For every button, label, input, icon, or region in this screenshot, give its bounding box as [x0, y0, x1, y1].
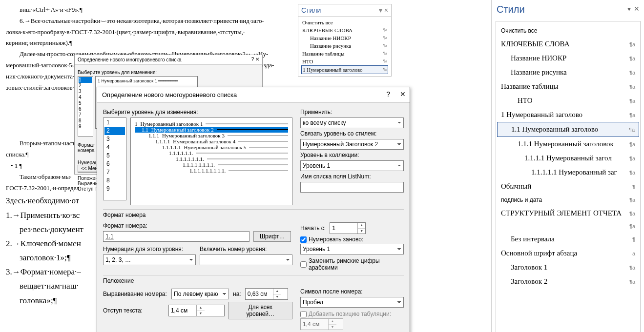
styles-big-item[interactable]: Заголовок 1¶a — [497, 260, 639, 274]
spin-down-icon[interactable]: ▼ — [358, 229, 365, 234]
listnum-input[interactable] — [300, 182, 404, 193]
tab-checkbox[interactable]: Добавить позицию табуляции: — [300, 311, 404, 317]
styles-big-item[interactable]: Заголовок 2¶a — [497, 274, 639, 289]
styles-small-title: Стили ▾ × — [298, 4, 391, 17]
align-select[interactable]: По левому краю — [171, 289, 229, 299]
styles-big-item[interactable]: Без интервала¶ — [497, 232, 639, 246]
level-item[interactable]: 4 — [104, 143, 125, 152]
styles-small-item[interactable]: КЛЮЧЕВЫЕ СЛОВА¶a — [301, 26, 388, 34]
styles-big-item[interactable]: 1.1.1 Нумерованный заголовок¶a — [497, 137, 639, 151]
tab-input — [301, 319, 328, 330]
styles-big-item[interactable]: Основной шрифт абзацаa — [497, 246, 639, 260]
styles-big-item[interactable]: 1.1.1.1 Нумерованный загол¶a — [497, 151, 639, 165]
all-levels-button[interactable]: Для всех уровней… — [229, 302, 292, 319]
doc-line: ловка·к·его·прообразу·в·ГОСТ·7.32-2001·(… — [6, 27, 279, 38]
styles-big-item[interactable]: 1.1.1.1.1 Нумерованный заг¶a — [497, 165, 639, 179]
styles-big-item[interactable]: Название рисунка¶a — [497, 65, 639, 79]
start-input[interactable] — [330, 223, 357, 234]
styles-big-item[interactable]: Название таблицы¶a — [497, 79, 639, 94]
dlg-back-titlebar: Определение нового многоуровневого списк… — [75, 55, 262, 65]
numtype-select[interactable]: 1, 2, 3, … — [103, 254, 196, 265]
restart-select[interactable]: Уровень 1 — [300, 244, 404, 254]
level-item[interactable]: 5 — [104, 152, 125, 160]
doc-line: виш·«Ctrl+·А»·и·«F9».¶ — [6, 5, 279, 15]
styles-small-item[interactable]: Название НИОКР¶a — [301, 34, 388, 42]
list-preview: 1Нумерованный заголовок 11.1Нумерованный… — [130, 117, 292, 205]
styles-big-item[interactable]: 1 Нумерованный заголово¶a — [497, 108, 639, 122]
collection-select[interactable]: Уровень 1 — [300, 160, 404, 171]
styles-big-item[interactable]: Название НИОКР¶a — [497, 51, 639, 65]
styles-small-item[interactable]: Название таблицы¶a — [301, 50, 388, 58]
styles-big-item[interactable]: КЛЮЧЕВЫЕ СЛОВА¶a — [497, 37, 639, 51]
dlg-back-controls[interactable]: ? ✕ — [251, 57, 259, 62]
styles-big-item[interactable]: Обычный¶ — [497, 179, 639, 194]
indent-spinner[interactable]: ▲▼ — [168, 305, 225, 316]
level-item[interactable]: 9 — [104, 185, 125, 193]
styles-small-controls[interactable]: ▾ × — [379, 6, 388, 14]
listnum-label: Имя списка поля ListNum: — [300, 173, 404, 180]
start-spinner[interactable]: ▲▼ — [330, 222, 366, 234]
preview-row: 1Нумерованный заголовок 1 — [135, 121, 288, 127]
spin-up-icon[interactable]: ▲ — [358, 223, 365, 229]
styles-big-item[interactable]: подпись и дата¶a — [497, 194, 639, 206]
follow-label: Символ после номера: — [300, 288, 404, 295]
level-item[interactable]: 8 — [104, 176, 125, 185]
format-number-input[interactable] — [103, 231, 249, 242]
styles-big-item[interactable]: СТРУКТУРНЫЙ ЭЛЕМЕНТ ОТЧЕТА¶a — [497, 206, 639, 220]
close-icon[interactable]: ✕ — [400, 90, 406, 98]
styles-big-item[interactable]: ¶a — [497, 220, 639, 232]
align-label: Выравнивание номера: — [103, 291, 167, 297]
apply-select[interactable]: ко всему списку — [300, 117, 404, 128]
at-input[interactable] — [246, 289, 273, 299]
level-item[interactable]: 2 — [104, 127, 125, 135]
styles-small-item-selected[interactable]: 1 Нумерованный заголово¶a — [301, 65, 388, 74]
roman-checkbox[interactable]: Заменить римские цифры арабскими — [300, 257, 404, 271]
styles-big-item[interactable]: НТО¶a — [497, 94, 639, 108]
level-item[interactable]: 1 — [104, 118, 125, 127]
spin-down-icon: ▼ — [329, 325, 336, 330]
preview-row: 1.1.1.1Нумерованный заголовок 4 — [135, 138, 288, 144]
at-spinner[interactable]: ▲▼ — [245, 288, 288, 300]
level-list[interactable]: 123456789 — [103, 117, 126, 200]
styles-small-title-text: Стили — [301, 6, 321, 14]
styles-pane-big: Стили ▾✕ Очистить все КЛЮЧЕВЫЕ СЛОВА¶aНа… — [491, 0, 644, 332]
styles-big-clear[interactable]: Очистить все — [497, 24, 639, 37]
level-item[interactable]: 3 — [104, 135, 125, 143]
apply-label: Применить: — [300, 109, 404, 116]
preview-row: 1.1.1.1.1.1.1.1.1. — [135, 168, 288, 174]
dialog-multilevel-list: Определение нового многоуровневого списк… — [97, 87, 410, 332]
follow-select[interactable]: Пробел — [300, 297, 404, 308]
preview-row: 1.1.1.1.1.1. — [135, 150, 288, 156]
styles-small-item[interactable]: НТО¶a — [301, 58, 388, 65]
level-label: Выберите уровень для изменения: — [103, 109, 292, 116]
include-label: Включить номер уровня: — [200, 246, 292, 253]
styles-small-item[interactable]: Название рисунка¶a — [301, 42, 388, 50]
dlg-back-title: Определение нового многоуровневого списк… — [78, 57, 182, 62]
spin-down-icon[interactable]: ▼ — [273, 294, 281, 300]
help-icon[interactable]: ? — [386, 90, 390, 98]
at-label: на: — [233, 291, 241, 297]
preview-row: 1.1Нумерованный заголовок 2 — [135, 127, 288, 133]
doc-line: 6.→Все·остальные·настройки·–·это·некая·э… — [6, 16, 279, 26]
dlg-back-level-list[interactable]: 123456789 — [78, 76, 93, 137]
collection-label: Уровень в коллекции: — [300, 152, 404, 158]
close-icon[interactable]: ✕ — [634, 5, 640, 13]
level-item[interactable]: 6 — [104, 160, 125, 168]
link-style-select[interactable]: Нумерованный Заголовок 2 — [300, 139, 404, 150]
styles-small-clear[interactable]: Очистить все — [301, 19, 388, 26]
styles-big-item[interactable]: 1.1 Нумерованный заголово¶a — [497, 122, 639, 137]
spin-up-icon[interactable]: ▲ — [197, 305, 205, 311]
spin-down-icon[interactable]: ▼ — [197, 311, 205, 316]
font-button[interactable]: Шрифт… — [253, 231, 291, 242]
include-select[interactable] — [200, 254, 292, 265]
spin-up-icon[interactable]: ▲ — [273, 289, 281, 294]
styles-pane-small: Стили ▾ × Очистить все КЛЮЧЕВЫЕ СЛОВА¶aН… — [298, 4, 392, 77]
numtype-label: Нумерация для этого уровня: — [103, 246, 196, 253]
dropdown-icon[interactable]: ▾ — [627, 5, 631, 13]
format-section-label: Формат номера — [103, 209, 404, 218]
spin-up-icon: ▲ — [329, 319, 336, 325]
restart-checkbox[interactable]: Нумеровать заново: — [300, 236, 404, 243]
link-label: Связать уровень со стилем: — [300, 130, 404, 137]
level-item[interactable]: 7 — [104, 168, 125, 176]
indent-input[interactable] — [169, 305, 196, 316]
